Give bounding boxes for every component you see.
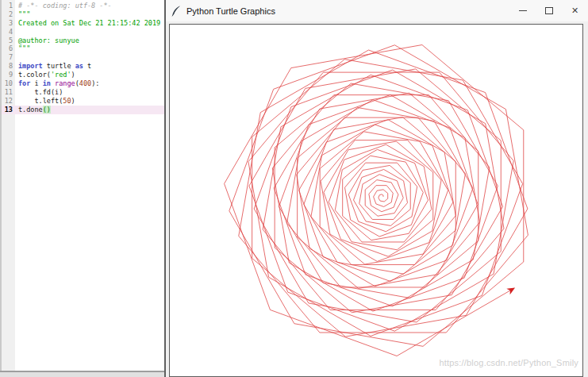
turtle-graphics-window: Python Turtle Graphics ✕ https://blog.cs… [164, 0, 588, 377]
code-text: import turtle as t [15, 62, 91, 71]
code-line[interactable]: 9t.color('red') [2, 71, 164, 79]
code-line[interactable]: 3Created on Sat Dec 21 21:15:42 2019 [2, 19, 164, 28]
code-text: @author: sunyue [15, 37, 79, 45]
code-line[interactable]: 13t.done() [2, 106, 164, 114]
code-line[interactable]: 7 [2, 53, 164, 62]
turtle-drawing [170, 25, 582, 376]
minimize-icon [519, 10, 527, 11]
close-icon: ✕ [571, 6, 578, 15]
line-number: 12 [2, 97, 15, 106]
code-editor-panel[interactable]: 1# -*- coding: utf-8 -*-2"""3Created on … [0, 0, 164, 371]
turtle-spiral-path [225, 45, 528, 356]
code-line[interactable]: 5@author: sunyue [2, 37, 164, 45]
turtle-canvas: https://blog.csdn.net/Python_Smily [169, 24, 583, 377]
code-text [15, 53, 18, 62]
code-line[interactable]: 10for i in range(400): [2, 79, 164, 88]
code-text: """ [15, 10, 30, 19]
window-title: Python Turtle Graphics [186, 6, 275, 16]
code-line[interactable]: 12 t.left(50) [2, 97, 164, 106]
maximize-button[interactable] [536, 0, 562, 21]
line-number: 8 [2, 62, 15, 71]
line-number: 10 [2, 79, 15, 88]
code-text [15, 28, 18, 37]
code-text: t.left(50) [15, 97, 75, 106]
line-number: 13 [2, 106, 15, 114]
line-number: 4 [2, 28, 15, 37]
code-text: Created on Sat Dec 21 21:15:42 2019 [15, 19, 160, 28]
turtle-arrow-cursor [506, 285, 517, 294]
line-number: 3 [2, 19, 15, 28]
line-number: 11 [2, 88, 15, 97]
line-number: 1 [2, 2, 15, 10]
code-line[interactable]: 4 [2, 28, 164, 37]
line-number: 6 [2, 44, 15, 53]
line-number: 2 [2, 10, 15, 19]
code-text: for i in range(400): [15, 79, 99, 88]
title-bar[interactable]: Python Turtle Graphics ✕ [166, 0, 588, 21]
watermark-text: https://blog.csdn.net/Python_Smily [439, 358, 578, 367]
line-number: 9 [2, 71, 15, 79]
code-line[interactable]: 1# -*- coding: utf-8 -*- [2, 2, 164, 10]
code-line[interactable]: 6""" [2, 44, 164, 53]
code-line[interactable]: 8import turtle as t [2, 62, 164, 71]
code-text: t.done() [15, 106, 51, 114]
window-controls: ✕ [509, 0, 588, 21]
maximize-icon [545, 7, 553, 14]
feather-icon [171, 6, 181, 17]
code-text: t.fd(i) [15, 88, 63, 97]
code-text: t.color('red') [15, 71, 75, 79]
code-line[interactable]: 11 t.fd(i) [2, 88, 164, 97]
background-strip-bottom [0, 371, 164, 377]
code-text: """ [15, 44, 30, 53]
code-line[interactable]: 2""" [2, 10, 164, 19]
line-number: 7 [2, 53, 15, 62]
code-text: # -*- coding: utf-8 -*- [15, 2, 112, 10]
minimize-button[interactable] [509, 0, 536, 21]
code-lines: 1# -*- coding: utf-8 -*-2"""3Created on … [2, 2, 164, 114]
line-number: 5 [2, 37, 15, 45]
close-button[interactable]: ✕ [562, 0, 588, 21]
